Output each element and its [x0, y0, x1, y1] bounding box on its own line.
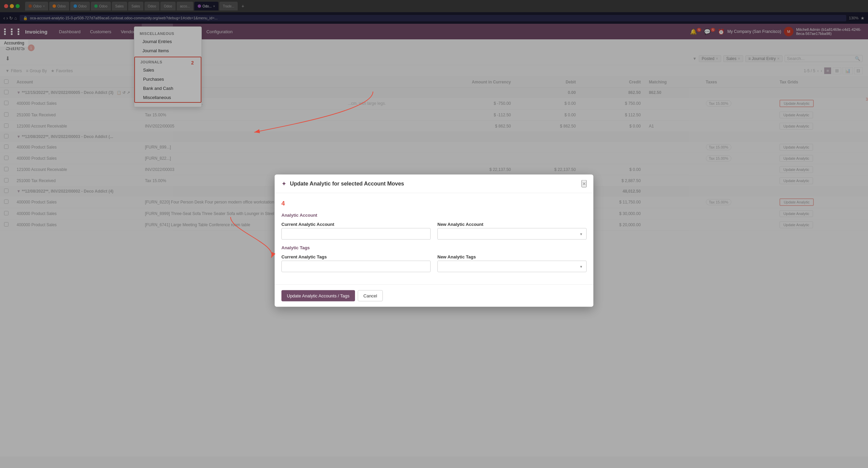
current-account-display — [281, 228, 431, 240]
modal-title: Update Analytic for selected Account Mov… — [290, 181, 404, 187]
modal-star-icon: ✦ — [281, 180, 287, 188]
new-tags-input[interactable]: ▼ — [437, 261, 587, 272]
current-tags-label: Current Analytic Tags — [281, 254, 431, 259]
cancel-button[interactable]: Cancel — [358, 290, 383, 301]
new-account-input[interactable]: ▼ — [437, 228, 587, 240]
new-tags-label: New Analytic Tags — [437, 254, 587, 259]
current-tags-display — [281, 261, 431, 272]
analytic-account-section-label: Analytic Account — [281, 213, 587, 218]
update-analytic-accounts-tags-button[interactable]: Update Analytic Accounts / Tags — [281, 290, 355, 301]
new-account-label: New Analytic Account — [437, 222, 587, 227]
analytic-tags-section-label: Analytic Tags — [281, 245, 587, 250]
update-analytic-modal: ✦ Update Analytic for selected Account M… — [275, 175, 593, 307]
step-number: 4 — [281, 200, 587, 207]
modal-close-button[interactable]: × — [581, 180, 587, 188]
current-account-label: Current Analytic Account — [281, 222, 431, 227]
